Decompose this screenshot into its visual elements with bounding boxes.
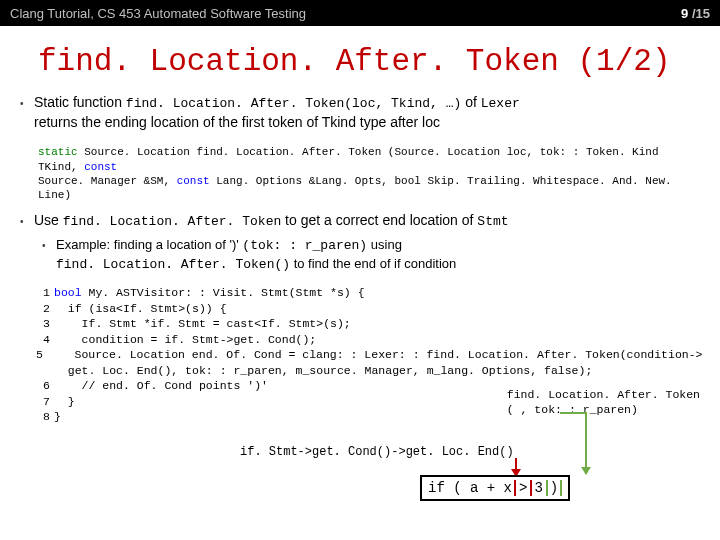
bullet-item: • Static function find. Location. After.… <box>20 93 702 131</box>
slide-title: find. Location. After. Token (1/2) <box>0 26 720 93</box>
paren-highlight: ) <box>546 480 562 496</box>
sub-bullet-item: • Example: finding a location of ')' (to… <box>42 236 702 273</box>
if-expression-box: if ( a + x > 3 ) <box>420 475 570 501</box>
bullet-item: • Use find. Location. After. Token to ge… <box>20 211 702 231</box>
bullet-dot-icon: • <box>20 211 34 231</box>
arrow-icon <box>515 458 517 476</box>
course-label: Clang Tutorial, CS 453 Automated Softwar… <box>10 6 306 21</box>
bullet-text: Static function find. Location. After. T… <box>34 93 702 131</box>
sub-bullet-text: Example: finding a location of ')' (tok:… <box>56 236 456 273</box>
bullet-text: Use find. Location. After. Token to get … <box>34 211 702 231</box>
annotation-mid: if. Stmt->get. Cond()->get. Loc. End() <box>240 445 514 459</box>
annotation-right: find. Location. After. Token ( , tok: : … <box>507 388 700 418</box>
page-number: 9 /15 <box>681 6 710 21</box>
arrow-icon <box>585 412 587 474</box>
function-signature: static Source. Location find. Location. … <box>20 137 702 210</box>
bullet-dot-icon: • <box>42 236 56 273</box>
bullet-dot-icon: • <box>20 93 34 131</box>
arrow-icon <box>560 412 585 414</box>
slide-header: Clang Tutorial, CS 453 Automated Softwar… <box>0 0 720 26</box>
gt-highlight: > <box>514 480 532 496</box>
slide-content: • Static function find. Location. After.… <box>0 93 720 425</box>
